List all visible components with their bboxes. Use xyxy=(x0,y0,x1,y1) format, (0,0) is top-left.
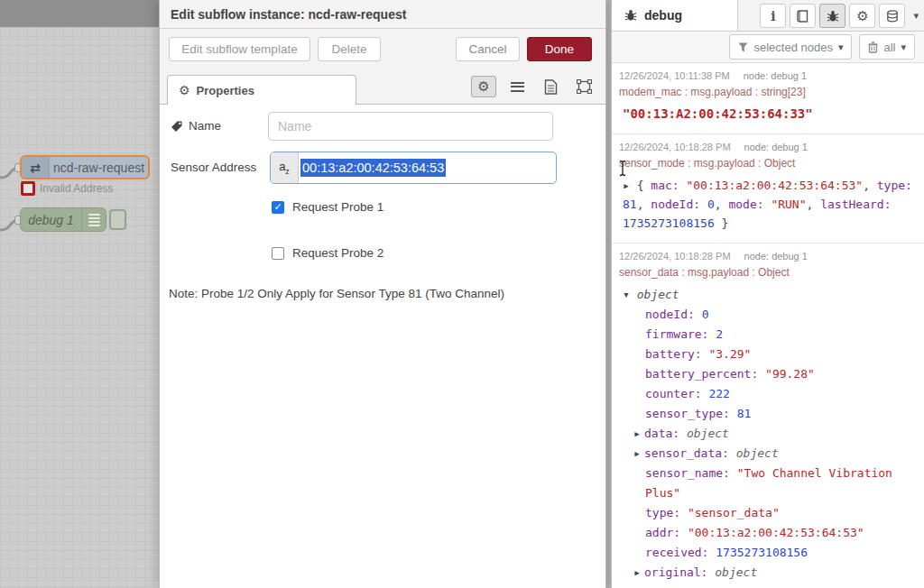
debug-key: addr: xyxy=(645,526,688,539)
debug-timestamp: 12/26/2024, 10:11:38 PM xyxy=(619,70,730,81)
probe2-row: Request Probe 2 xyxy=(272,246,383,260)
expand-caret-icon[interactable]: ▸ xyxy=(633,424,644,444)
done-button[interactable]: Done xyxy=(527,37,592,61)
description-button[interactable] xyxy=(538,76,563,97)
sensor-address-value-wrap[interactable]: 00:13:a2:00:42:53:64:53 xyxy=(299,152,556,183)
selected-text: 00:13:a2:00:42:53:64:53 xyxy=(300,159,446,177)
debug-value: object xyxy=(736,446,779,460)
name-label: Name xyxy=(189,119,221,133)
expand-caret-icon[interactable]: ▸ xyxy=(633,563,644,583)
gear-icon: ⚙ xyxy=(477,78,489,95)
debug-key: sensor_data: xyxy=(644,446,736,460)
info-tab-button[interactable]: i xyxy=(760,4,786,28)
debug-message-body: "00:13:A2:00:42:53:64:33" xyxy=(619,102,917,125)
expand-caret-icon[interactable]: ▸ xyxy=(633,444,644,464)
request-probe-2-checkbox[interactable] xyxy=(272,247,284,260)
swap-arrows-icon: ⇄ xyxy=(22,157,50,178)
debug-node-label: node: debug 1 xyxy=(744,70,807,81)
debug-key: firmware: xyxy=(645,327,716,341)
debug-key: sensor_name: xyxy=(645,466,737,480)
node-ncd-raw-request[interactable]: ⇄ ncd-raw-request xyxy=(20,155,150,179)
debug-message-body: ▾ objectnodeId: 0firmware: 2battery: "3.… xyxy=(619,282,917,584)
trash-icon xyxy=(868,41,878,53)
debug-tree-row: sensor_name: "Two Channel Vibration Plus… xyxy=(623,464,917,503)
debug-message: 12/26/2024, 10:11:38 PMnode: debug 1mode… xyxy=(612,63,924,134)
probe1-label: Request Probe 1 xyxy=(292,200,383,214)
error-ring-icon xyxy=(21,181,35,196)
cancel-button[interactable]: Cancel xyxy=(456,37,520,61)
delete-button[interactable]: Delete xyxy=(318,37,381,61)
debug-tree-row: ▸original: object xyxy=(623,563,917,583)
config-nodes-tab-button[interactable]: ⚙ xyxy=(849,4,875,28)
debug-value: "99.28" xyxy=(765,367,815,381)
node-red-app: ⇄ ncd-raw-request Invalid Address debug … xyxy=(0,0,924,588)
chevron-down-icon: ▾ xyxy=(901,41,906,53)
sensor-address-input[interactable]: az 00:13:a2:00:42:53:64:53 xyxy=(270,152,557,184)
list-icon xyxy=(511,79,524,94)
object-group-icon xyxy=(577,79,592,94)
debug-token: , xyxy=(807,198,821,211)
debug-value: 81 xyxy=(737,407,752,420)
tag-icon xyxy=(171,120,183,133)
debug-value: object xyxy=(715,565,757,579)
edit-subflow-dialog: Edit subflow instance: ncd-raw-request E… xyxy=(159,0,606,588)
tab-debug[interactable]: debug xyxy=(612,0,738,31)
typed-input-type-button[interactable]: az xyxy=(271,152,299,183)
debug-tree-row: counter: 222 xyxy=(623,384,917,404)
debug-tree-row: nodeId: 0 xyxy=(623,305,917,325)
debug-tree-row: battery: "3.29" xyxy=(623,345,917,364)
edit-subflow-template-button[interactable]: Edit subflow template xyxy=(169,37,310,61)
debug-token: 0 xyxy=(707,198,715,211)
node-label: debug 1 xyxy=(21,213,81,227)
debug-tree-root: ▾ object xyxy=(623,285,917,305)
debug-property-path: sensor_mode : msg.payload : Object xyxy=(619,157,917,170)
name-input[interactable] xyxy=(268,112,553,141)
probe1-row: ✓ Request Probe 1 xyxy=(272,200,383,214)
probe2-label: Request Probe 2 xyxy=(292,246,383,260)
debug-value: object xyxy=(687,427,729,440)
debug-token: "RUN" xyxy=(771,198,806,211)
debug-tree-row: firmware: 2 xyxy=(623,325,917,345)
debug-timestamp: 12/26/2024, 10:18:28 PM xyxy=(619,142,731,152)
debug-timestamp: 12/26/2024, 10:18:28 PM xyxy=(619,251,731,262)
debug-tree-row: addr: "00:13:a2:00:42:53:64:53" xyxy=(623,523,917,543)
tab-properties[interactable]: ⚙ Properties xyxy=(167,75,356,105)
debug-key: battery_percent: xyxy=(645,367,765,381)
debug-node-label: node: debug 1 xyxy=(744,142,808,152)
node-debug-1[interactable]: debug 1 xyxy=(20,207,106,232)
debug-key: sensor_type: xyxy=(645,407,737,420)
debug-value: "3.29" xyxy=(708,347,751,361)
dialog-tab-tools: ⚙ xyxy=(471,76,596,97)
sensor-address-label: Sensor Address xyxy=(171,161,256,174)
debug-clear-button[interactable]: all ▾ xyxy=(859,34,915,60)
debug-message-list[interactable]: 12/26/2024, 10:11:38 PMnode: debug 1mode… xyxy=(612,63,924,588)
debug-enable-toggle-button[interactable] xyxy=(109,209,126,230)
edit-properties-button[interactable]: ⚙ xyxy=(471,76,496,97)
debug-filter-button[interactable]: selected nodes ▾ xyxy=(729,34,852,60)
bug-icon xyxy=(624,9,637,22)
debug-tree-row: ▸sensor_data: object xyxy=(623,444,917,464)
collapse-caret-icon[interactable]: ▾ xyxy=(623,288,637,301)
probe-note: Note: Probe 1/2 Only Apply for Sensor Ty… xyxy=(169,287,504,300)
gear-icon: ⚙ xyxy=(856,8,868,24)
name-label-row: Name xyxy=(171,119,221,133)
expand-caret-icon[interactable]: ▸ xyxy=(623,179,637,192)
tab-debug-label: debug xyxy=(644,8,682,23)
sidebar-tab-bar: debug i ⚙ xyxy=(612,0,924,32)
context-data-tab-button[interactable] xyxy=(879,4,905,28)
sidebar-menu-caret[interactable]: ▾ xyxy=(913,10,919,22)
debug-tree-row: received: 1735273108156 xyxy=(623,543,917,563)
request-probe-1-checkbox[interactable]: ✓ xyxy=(272,201,284,214)
debug-value: 1735273108156 xyxy=(716,546,808,559)
help-tab-button[interactable] xyxy=(790,4,816,28)
debug-token: , xyxy=(863,179,877,192)
debug-message-meta: 12/26/2024, 10:18:28 PMnode: debug 1 xyxy=(619,142,917,152)
debug-tab-button[interactable] xyxy=(819,4,845,28)
debug-tree-row: sensor_type: 81 xyxy=(623,404,917,424)
appearance-button[interactable] xyxy=(571,76,596,97)
tab-properties-label: Properties xyxy=(197,84,254,97)
debug-tree-row: battery_percent: "99.28" xyxy=(623,364,917,384)
list-view-button[interactable] xyxy=(504,76,530,97)
dialog-form: Name Sensor Address az 00:13:a2:00:42:53… xyxy=(160,105,605,588)
debug-message: 12/26/2024, 10:18:28 PMnode: debug 1sens… xyxy=(612,243,924,588)
